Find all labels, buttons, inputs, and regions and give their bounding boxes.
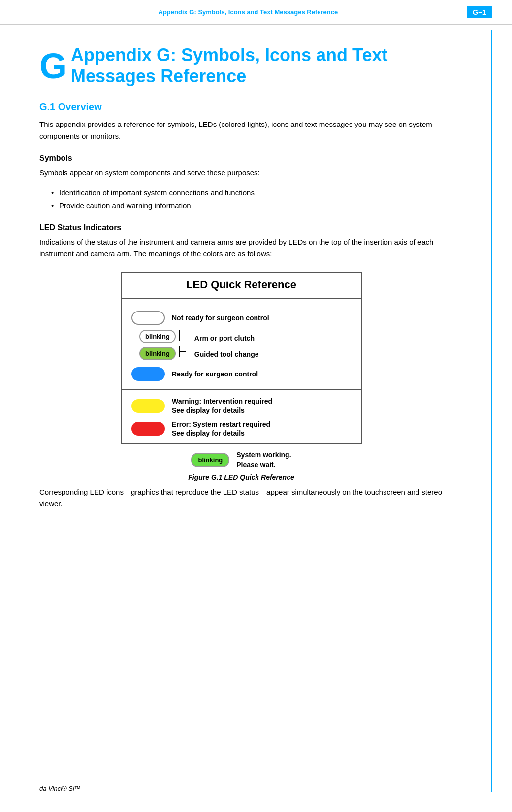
led-label-guided-tool: Guided tool change	[194, 350, 259, 359]
led-blink-green-label: blinking	[191, 453, 229, 467]
header-page-num: G–1	[467, 6, 492, 18]
right-border-line	[491, 30, 492, 792]
led-row-red: Error: System restart requiredSee displa…	[131, 420, 351, 437]
led-label-not-ready: Not ready for surgeon control	[172, 313, 269, 322]
led-box-title: LED Quick Reference	[122, 273, 361, 299]
main-content: G Appendix G: Symbols, Icons and Text Me…	[0, 25, 482, 547]
bullet-item-2: Provide caution and warning information	[51, 199, 443, 212]
symbols-heading: Symbols	[39, 154, 443, 163]
bracket-line-top	[179, 330, 180, 341]
led-bracket	[179, 330, 186, 362]
led-figure-container: LED Quick Reference Not ready for surgeo…	[39, 272, 443, 481]
led-row-blink-white: blinking	[139, 330, 176, 343]
led-blink-white-label: blinking	[139, 330, 176, 343]
led-label-ready: Ready for surgeon control	[172, 370, 258, 378]
led-row-yellow: Warning: Intervention requiredSee displa…	[131, 397, 351, 414]
led-body: Indications of the status of the instrum…	[39, 236, 443, 260]
led-blink-group: blinking blinking	[131, 330, 351, 362]
header-bar: Appendix G: Symbols, Icons and Text Mess…	[0, 0, 512, 25]
figure-caption: Figure G.1 LED Quick Reference	[188, 473, 294, 481]
led-lower-section: Warning: Intervention requiredSee displa…	[122, 395, 361, 437]
led-upper-section: Not ready for surgeon control blinking b…	[122, 306, 361, 390]
led-label-warning: Warning: Intervention requiredSee displa…	[172, 397, 272, 414]
symbols-bullet-list: Identification of important system conne…	[51, 187, 443, 212]
section-g1-heading: G.1 Overview	[39, 101, 443, 113]
footer: da Vinci® Si™	[39, 785, 81, 792]
led-row-blue: Ready for surgeon control	[131, 367, 351, 381]
appendix-title-line2: Messages Reference	[71, 66, 246, 86]
page: Appendix G: Symbols, Icons and Text Mess…	[0, 0, 512, 812]
led-blink-pills: blinking blinking	[131, 330, 176, 362]
led-pill-blue	[131, 367, 165, 381]
symbols-body: Symbols appear on system components and …	[39, 167, 443, 179]
bullet-item-1: Identification of important system conne…	[51, 187, 443, 199]
led-row-blink-yellow: blinking	[139, 347, 176, 360]
footer-text: da Vinci® Si™	[39, 785, 81, 792]
led-box: LED Quick Reference Not ready for surgeo…	[121, 272, 362, 444]
appendix-title: Appendix G: Symbols, Icons and Text Mess…	[71, 44, 443, 87]
section-g1-body: This appendix provides a reference for s…	[39, 119, 443, 142]
led-pill-red	[131, 422, 165, 436]
led-row-white: Not ready for surgeon control	[131, 311, 351, 325]
bracket-mid-arm	[179, 341, 186, 362]
led-label-error: Error: System restart requiredSee displa…	[172, 420, 270, 437]
led-heading: LED Status Indicators	[39, 223, 443, 232]
header-title: Appendix G: Symbols, Icons and Text Mess…	[30, 8, 467, 16]
appendix-title-line1: Appendix G: Symbols, Icons and Text	[71, 45, 387, 65]
led-outside-row: blinking System working.Please wait.	[191, 450, 291, 469]
led-label-arm-clutch: Arm or port clutch	[194, 334, 259, 343]
led-pill-white	[131, 311, 165, 325]
closing-text: Corresponding LED icons—graphics that re…	[39, 486, 443, 510]
led-label-system-working: System working.Please wait.	[236, 450, 291, 469]
led-pill-yellow	[131, 399, 165, 413]
bracket-hline-top	[180, 351, 186, 352]
led-blink-yellow-label: blinking	[139, 347, 176, 360]
led-blink-label-col: Arm or port clutch Guided tool change	[188, 330, 259, 362]
appendix-title-block: G Appendix G: Symbols, Icons and Text Me…	[39, 44, 443, 87]
appendix-letter: G	[39, 48, 67, 84]
